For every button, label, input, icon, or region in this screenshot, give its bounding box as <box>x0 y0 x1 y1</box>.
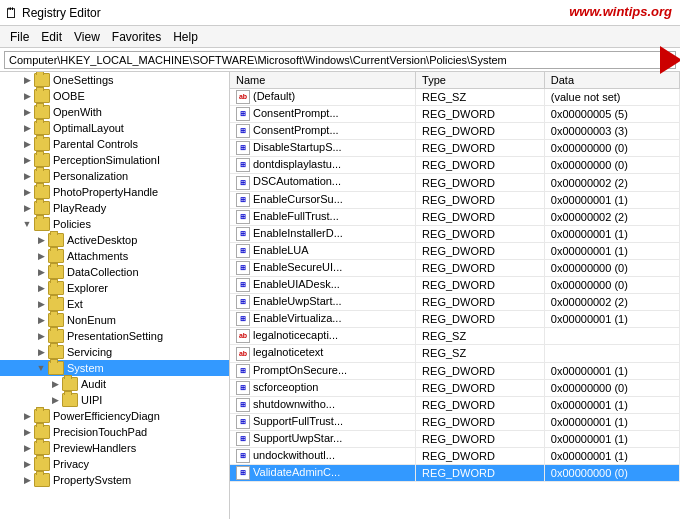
cell-type: REG_DWORD <box>416 242 545 259</box>
cell-name: ablegalnoticecapti... <box>230 328 416 345</box>
tree-item[interactable]: ▶Personalization <box>0 168 229 184</box>
folder-icon <box>34 169 50 183</box>
reg-type-icon: ⊞ <box>236 244 250 258</box>
tree-item[interactable]: ▶PropertySvstem <box>0 472 229 488</box>
table-row[interactable]: ⊞ConsentPrompt...REG_DWORD0x00000003 (3) <box>230 123 680 140</box>
tree-item[interactable]: ▼Policies <box>0 216 229 232</box>
tree-item[interactable]: ▶PhotoPropertyHandle <box>0 184 229 200</box>
cell-name: ⊞undockwithoutl... <box>230 447 416 464</box>
cell-name: ⊞PromptOnSecure... <box>230 362 416 379</box>
folder-icon <box>34 73 50 87</box>
table-row[interactable]: ⊞ConsentPrompt...REG_DWORD0x00000005 (5) <box>230 106 680 123</box>
table-row[interactable]: ab(Default)REG_SZ(value not set) <box>230 89 680 106</box>
reg-type-icon: ⊞ <box>236 227 250 241</box>
cell-name: ab(Default) <box>230 89 416 106</box>
folder-icon <box>34 153 50 167</box>
table-row[interactable]: ablegalnoticecapti...REG_SZ <box>230 328 680 345</box>
tree-expand-icon: ▼ <box>34 363 48 373</box>
table-row[interactable]: ⊞DSCAutomation...REG_DWORD0x00000002 (2) <box>230 174 680 191</box>
reg-type-icon: ⊞ <box>236 295 250 309</box>
folder-icon <box>34 121 50 135</box>
table-row[interactable]: ⊞PromptOnSecure...REG_DWORD0x00000001 (1… <box>230 362 680 379</box>
folder-icon <box>48 329 64 343</box>
tree-item[interactable]: ▼System <box>0 360 229 376</box>
tree-item[interactable]: ▶PerceptionSimulationI <box>0 152 229 168</box>
table-row[interactable]: ⊞EnableCursorSu...REG_DWORD0x00000001 (1… <box>230 191 680 208</box>
cell-data: 0x00000002 (2) <box>544 294 679 311</box>
cell-name: ⊞EnableCursorSu... <box>230 191 416 208</box>
reg-type-icon: ⊞ <box>236 449 250 463</box>
tree-item[interactable]: ▶OneSettings <box>0 72 229 88</box>
tree-item[interactable]: ▶Attachments <box>0 248 229 264</box>
cell-type: REG_DWORD <box>416 191 545 208</box>
tree-item[interactable]: ▶Ext <box>0 296 229 312</box>
cell-name: ⊞EnableUwpStart... <box>230 294 416 311</box>
reg-type-icon: ⊞ <box>236 312 250 326</box>
tree-item[interactable]: ▶PowerEfficiencyDiagn <box>0 408 229 424</box>
cell-data: 0x00000001 (1) <box>544 396 679 413</box>
cell-data <box>544 345 679 362</box>
tree-item[interactable]: ▶Servicing <box>0 344 229 360</box>
folder-icon <box>48 313 64 327</box>
table-row[interactable]: ⊞scforceoptionREG_DWORD0x00000000 (0) <box>230 379 680 396</box>
cell-type: REG_DWORD <box>416 294 545 311</box>
reg-type-icon: ⊞ <box>236 107 250 121</box>
tree-item[interactable]: ▶OptimalLayout <box>0 120 229 136</box>
tree-panel[interactable]: ▶OneSettings▶OOBE▶OpenWith▶OptimalLayout… <box>0 72 230 519</box>
tree-item[interactable]: ▶Privacy <box>0 456 229 472</box>
tree-item[interactable]: ▶OpenWith <box>0 104 229 120</box>
table-row[interactable]: ⊞SupportFullTrust...REG_DWORD0x00000001 … <box>230 413 680 430</box>
tree-item[interactable]: ▶ActiveDesktop <box>0 232 229 248</box>
folder-icon <box>62 393 78 407</box>
main-content: ▶OneSettings▶OOBE▶OpenWith▶OptimalLayout… <box>0 72 680 519</box>
tree-item[interactable]: ▶OOBE <box>0 88 229 104</box>
table-row[interactable]: ⊞SupportUwpStar...REG_DWORD0x00000001 (1… <box>230 430 680 447</box>
table-row[interactable]: ⊞EnableFullTrust...REG_DWORD0x00000002 (… <box>230 208 680 225</box>
table-row[interactable]: ⊞undockwithoutl...REG_DWORD0x00000001 (1… <box>230 447 680 464</box>
tree-item[interactable]: ▶DataCollection <box>0 264 229 280</box>
table-row[interactable]: ⊞shutdownwitho...REG_DWORD0x00000001 (1) <box>230 396 680 413</box>
menu-file[interactable]: File <box>4 29 35 45</box>
tree-item[interactable]: ▶PlayReady <box>0 200 229 216</box>
tree-item[interactable]: ▶NonEnum <box>0 312 229 328</box>
menu-help[interactable]: Help <box>167 29 204 45</box>
tree-item[interactable]: ▶PresentationSetting <box>0 328 229 344</box>
reg-type-icon: ⊞ <box>236 466 250 480</box>
menu-favorites[interactable]: Favorites <box>106 29 167 45</box>
table-row[interactable]: ⊞EnableUwpStart...REG_DWORD0x00000002 (2… <box>230 294 680 311</box>
tree-expand-icon: ▶ <box>20 171 34 181</box>
arrow-indicator <box>660 46 680 74</box>
tree-item[interactable]: ▶Audit <box>0 376 229 392</box>
table-row[interactable]: ⊞EnableUIADesk...REG_DWORD0x00000000 (0) <box>230 277 680 294</box>
cell-data: 0x00000001 (1) <box>544 311 679 328</box>
table-row[interactable]: ⊞dontdisplaylastu...REG_DWORD0x00000000 … <box>230 157 680 174</box>
app-title: Registry Editor <box>22 6 101 20</box>
folder-icon <box>48 265 64 279</box>
tree-expand-icon: ▶ <box>20 107 34 117</box>
cell-name: ablegalnoticetext <box>230 345 416 362</box>
table-row[interactable]: ⊞EnableSecureUI...REG_DWORD0x00000000 (0… <box>230 259 680 276</box>
tree-item[interactable]: ▶PreviewHandlers <box>0 440 229 456</box>
tree-expand-icon: ▶ <box>34 315 48 325</box>
cell-name: ⊞ConsentPrompt... <box>230 106 416 123</box>
table-row[interactable]: ⊞DisableStartupS...REG_DWORD0x00000000 (… <box>230 140 680 157</box>
cell-type: REG_DWORD <box>416 140 545 157</box>
tree-item[interactable]: ▶Explorer <box>0 280 229 296</box>
tree-label: System <box>67 362 104 374</box>
address-bar[interactable] <box>4 51 676 69</box>
table-row[interactable]: ⊞EnableVirtualiza...REG_DWORD0x00000001 … <box>230 311 680 328</box>
table-row[interactable]: ⊞EnableLUAREG_DWORD0x00000001 (1) <box>230 242 680 259</box>
tree-item[interactable]: ▶UIPI <box>0 392 229 408</box>
cell-name: ⊞scforceoption <box>230 379 416 396</box>
tree-item[interactable]: ▶PrecisionTouchPad <box>0 424 229 440</box>
menu-view[interactable]: View <box>68 29 106 45</box>
table-row[interactable]: ⊞EnableInstallerD...REG_DWORD0x00000001 … <box>230 225 680 242</box>
tree-label: UIPI <box>81 394 102 406</box>
cell-name: ⊞EnableVirtualiza... <box>230 311 416 328</box>
tree-label: OptimalLayout <box>53 122 124 134</box>
menu-edit[interactable]: Edit <box>35 29 68 45</box>
cell-type: REG_DWORD <box>416 447 545 464</box>
tree-item[interactable]: ▶Parental Controls <box>0 136 229 152</box>
table-row[interactable]: ablegalnoticetextREG_SZ <box>230 345 680 362</box>
table-row[interactable]: ⊞ValidateAdminC...REG_DWORD0x00000000 (0… <box>230 465 680 482</box>
